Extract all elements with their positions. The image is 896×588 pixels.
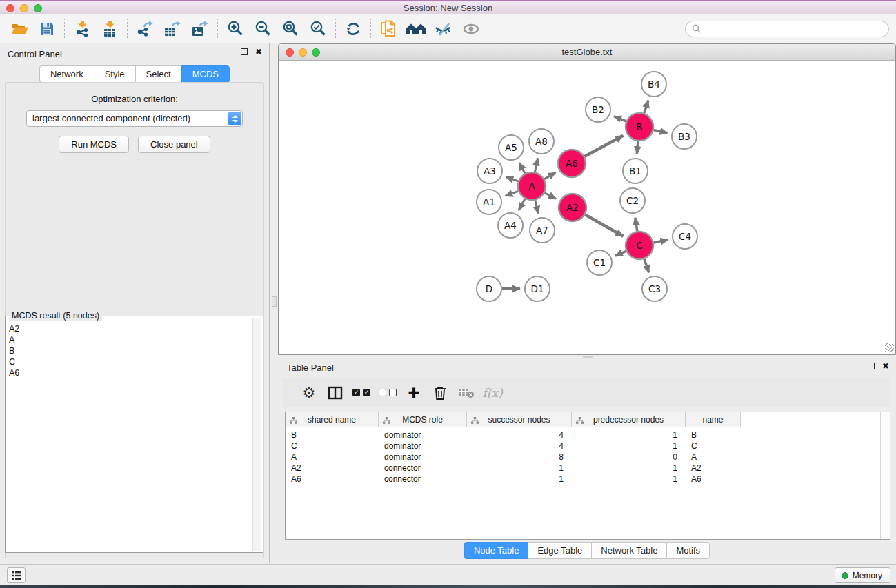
network-canvas[interactable]: B4B2BB3B1A6A5A8A3AA1A4A7A2C2CC4C1C3DD1	[279, 61, 895, 354]
table-row[interactable]: Adominator80A	[286, 452, 890, 463]
tab-motifs[interactable]: Motifs	[666, 542, 710, 559]
select-all-button[interactable]: ✓✓	[348, 381, 375, 405]
vertical-splitter-handle[interactable]	[272, 296, 277, 307]
close-panel-button[interactable]: Close panel	[138, 136, 210, 153]
result-item[interactable]: B	[9, 345, 250, 356]
network-node-A4[interactable]: A4	[498, 213, 523, 238]
first-neighbors-button[interactable]	[402, 17, 430, 41]
search-input[interactable]	[704, 23, 882, 34]
delete-table-button[interactable]	[453, 381, 479, 405]
column-header-successor-nodes[interactable]: successor nodes	[467, 412, 572, 427]
result-item[interactable]: A6	[9, 367, 250, 378]
cell-successor-nodes[interactable]: 1	[467, 463, 572, 473]
cell-MCDS-role[interactable]: dominator	[379, 441, 467, 451]
tab-mcds[interactable]: MCDS	[181, 65, 230, 83]
new-network-from-selection-button[interactable]	[375, 17, 402, 41]
network-node-B1[interactable]: B1	[623, 159, 648, 183]
close-panel-icon[interactable]: ✖	[882, 363, 889, 369]
result-item[interactable]: A	[9, 334, 250, 345]
network-node-C3[interactable]: C3	[642, 276, 667, 301]
add-column-button[interactable]: ✚	[401, 381, 427, 405]
network-node-A7[interactable]: A7	[530, 218, 555, 243]
tab-edge-table[interactable]: Edge Table	[528, 542, 591, 559]
import-network-button[interactable]	[68, 17, 96, 41]
network-node-D1[interactable]: D1	[525, 276, 550, 301]
hide-selected-button[interactable]	[430, 17, 457, 41]
column-header-MCDS-role[interactable]: MCDS role	[379, 412, 467, 427]
refresh-network-button[interactable]	[339, 17, 367, 41]
result-item[interactable]: A2	[9, 323, 250, 334]
horizontal-splitter-handle[interactable]	[583, 356, 593, 358]
run-mcds-button[interactable]: Run MCDS	[59, 136, 129, 153]
cell-predecessor-nodes[interactable]: 1	[572, 463, 686, 473]
memory-button[interactable]: Memory	[835, 567, 890, 583]
network-node-A6[interactable]: A6	[558, 150, 586, 177]
column-header-name[interactable]: name	[686, 412, 741, 427]
zoom-in-button[interactable]	[221, 17, 249, 41]
cell-predecessor-nodes[interactable]: 1	[572, 474, 686, 484]
open-session-button[interactable]	[6, 17, 33, 41]
save-session-button[interactable]	[33, 17, 61, 41]
network-minimize-button[interactable]	[299, 48, 307, 57]
result-scrollbar[interactable]	[252, 318, 261, 551]
network-node-C4[interactable]: C4	[673, 224, 697, 249]
table-row[interactable]: Bdominator41B	[286, 429, 890, 440]
cell-successor-nodes[interactable]: 4	[467, 430, 572, 440]
cell-name[interactable]: C	[686, 441, 741, 451]
delete-column-button[interactable]	[427, 381, 453, 405]
tab-node-table[interactable]: Node Table	[464, 542, 528, 559]
minimize-window-button[interactable]	[20, 4, 28, 12]
table-row[interactable]: A2connector11A2	[286, 463, 890, 474]
network-node-C[interactable]: C	[626, 232, 653, 259]
column-header-predecessor-nodes[interactable]: predecessor nodes	[572, 412, 686, 427]
close-window-button[interactable]	[6, 4, 14, 12]
network-node-B4[interactable]: B4	[641, 72, 666, 97]
close-panel-icon[interactable]: ✖	[255, 48, 262, 55]
cell-predecessor-nodes[interactable]: 1	[572, 441, 686, 451]
export-image-button[interactable]	[186, 17, 214, 41]
show-all-button[interactable]	[457, 17, 485, 41]
deselect-all-button[interactable]	[375, 381, 401, 405]
network-node-B3[interactable]: B3	[672, 124, 697, 149]
resize-grip-icon[interactable]	[885, 343, 894, 352]
function-builder-button[interactable]: f(x)	[479, 381, 506, 405]
cell-name[interactable]: B	[686, 430, 741, 440]
cell-predecessor-nodes[interactable]: 0	[572, 452, 686, 462]
table-row[interactable]: Cdominator41C	[286, 440, 890, 452]
network-node-A3[interactable]: A3	[477, 159, 502, 183]
cell-MCDS-role[interactable]: dominator	[379, 452, 467, 462]
cell-name[interactable]: A6	[686, 474, 741, 484]
tab-network-table[interactable]: Network Table	[591, 542, 666, 559]
cell-successor-nodes[interactable]: 8	[467, 452, 572, 462]
table-settings-button[interactable]: ⚙	[296, 381, 322, 405]
cell-shared-name[interactable]: C	[286, 441, 379, 451]
cell-successor-nodes[interactable]: 4	[467, 441, 572, 451]
column-header-shared-name[interactable]: shared name	[286, 412, 379, 427]
tab-network[interactable]: Network	[39, 65, 94, 83]
network-node-A[interactable]: A	[518, 172, 546, 200]
criterion-dropdown[interactable]: largest connected component (directed)	[26, 110, 243, 127]
tab-select[interactable]: Select	[135, 65, 181, 83]
network-node-C1[interactable]: C1	[587, 250, 612, 275]
cell-successor-nodes[interactable]: 1	[467, 474, 572, 484]
cell-name[interactable]: A	[686, 452, 741, 462]
cell-shared-name[interactable]: A2	[286, 463, 379, 473]
cell-MCDS-role[interactable]: connector	[379, 474, 467, 484]
export-network-button[interactable]	[131, 17, 159, 41]
network-node-A1[interactable]: A1	[477, 190, 501, 214]
column-layout-button[interactable]	[322, 381, 348, 405]
network-close-button[interactable]	[286, 48, 294, 57]
table-row[interactable]: A6connector11A6	[286, 474, 890, 485]
export-table-button[interactable]	[159, 17, 186, 41]
task-history-button[interactable]	[7, 567, 26, 583]
network-node-B[interactable]: B	[626, 113, 653, 141]
network-node-A8[interactable]: A8	[529, 129, 554, 154]
cell-shared-name[interactable]: B	[286, 430, 379, 440]
network-node-D[interactable]: D	[477, 276, 501, 301]
import-table-button[interactable]	[96, 17, 123, 41]
cell-shared-name[interactable]: A	[286, 452, 379, 462]
network-zoom-button[interactable]	[312, 48, 320, 57]
network-node-C2[interactable]: C2	[620, 188, 645, 213]
network-node-B2[interactable]: B2	[586, 97, 610, 122]
zoom-window-button[interactable]	[34, 4, 42, 12]
